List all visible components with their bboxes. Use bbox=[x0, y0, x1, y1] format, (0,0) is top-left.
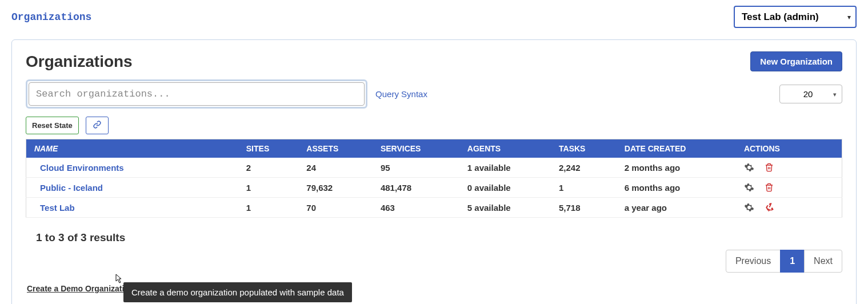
org-name-link[interactable]: Public - Iceland bbox=[40, 183, 103, 193]
cell-date-created: 6 months ago bbox=[617, 178, 736, 198]
cell-services: 481,478 bbox=[373, 178, 459, 198]
cell-sites: 1 bbox=[238, 198, 299, 218]
cell-agents: 1 available bbox=[459, 158, 551, 178]
pagination-page-1[interactable]: 1 bbox=[780, 250, 805, 273]
table-row: Cloud Environments224951 available2,2422… bbox=[26, 158, 842, 178]
cell-assets: 24 bbox=[298, 158, 373, 178]
new-organization-button[interactable]: New Organization bbox=[750, 51, 842, 71]
cell-sites: 1 bbox=[238, 178, 299, 198]
trash-icon[interactable] bbox=[765, 162, 774, 173]
breadcrumb[interactable]: Organizations bbox=[11, 11, 91, 23]
create-demo-org-link[interactable]: Create a Demo Organization bbox=[27, 284, 134, 293]
recycle-icon[interactable] bbox=[765, 202, 775, 213]
pagination-next[interactable]: Next bbox=[804, 250, 842, 273]
cell-services: 463 bbox=[373, 198, 459, 218]
org-name-link[interactable]: Test Lab bbox=[40, 203, 75, 213]
settings-icon[interactable] bbox=[744, 202, 754, 213]
cell-date-created: a year ago bbox=[617, 198, 736, 218]
cell-sites: 2 bbox=[238, 158, 299, 178]
search-input[interactable] bbox=[29, 82, 365, 106]
page-title: Organizations bbox=[26, 53, 133, 71]
page-size-select[interactable]: 20 bbox=[779, 85, 842, 103]
col-services[interactable]: SERVICES bbox=[373, 139, 459, 158]
reset-state-button[interactable]: Reset State bbox=[26, 117, 79, 134]
settings-icon[interactable] bbox=[744, 162, 754, 173]
org-selector[interactable]: Test Lab (admin) bbox=[734, 6, 857, 28]
table-row: Test Lab1704635 available5,718a year ago bbox=[26, 198, 842, 218]
cell-tasks: 2,242 bbox=[551, 158, 617, 178]
cell-date-created: 2 months ago bbox=[617, 158, 736, 178]
cell-agents: 5 available bbox=[459, 198, 551, 218]
results-count: 1 to 3 of 3 results bbox=[36, 231, 842, 244]
query-syntax-link[interactable]: Query Syntax bbox=[375, 89, 427, 99]
cell-tasks: 1 bbox=[551, 178, 617, 198]
col-name[interactable]: NAME bbox=[26, 139, 238, 158]
settings-icon[interactable] bbox=[744, 182, 754, 193]
trash-icon[interactable] bbox=[765, 182, 774, 193]
cell-agents: 0 available bbox=[459, 178, 551, 198]
col-date-created[interactable]: DATE CREATED bbox=[617, 139, 736, 158]
link-icon bbox=[93, 121, 101, 130]
tooltip: Create a demo organization populated wit… bbox=[123, 282, 352, 302]
col-sites[interactable]: SITES bbox=[238, 139, 299, 158]
cell-services: 95 bbox=[373, 158, 459, 178]
copy-link-button[interactable] bbox=[86, 117, 109, 134]
col-actions: ACTIONS bbox=[736, 139, 842, 158]
organizations-table: NAME SITES ASSETS SERVICES AGENTS TASKS … bbox=[26, 139, 842, 218]
col-tasks[interactable]: TASKS bbox=[551, 139, 617, 158]
org-name-link[interactable]: Cloud Environments bbox=[40, 163, 124, 173]
pagination-previous[interactable]: Previous bbox=[726, 250, 781, 273]
table-row: Public - Iceland179,632481,4780 availabl… bbox=[26, 178, 842, 198]
cell-assets: 70 bbox=[298, 198, 373, 218]
cell-assets: 79,632 bbox=[298, 178, 373, 198]
pagination: Previous 1 Next bbox=[26, 250, 842, 273]
col-agents[interactable]: AGENTS bbox=[459, 139, 551, 158]
col-assets[interactable]: ASSETS bbox=[298, 139, 373, 158]
cell-tasks: 5,718 bbox=[551, 198, 617, 218]
